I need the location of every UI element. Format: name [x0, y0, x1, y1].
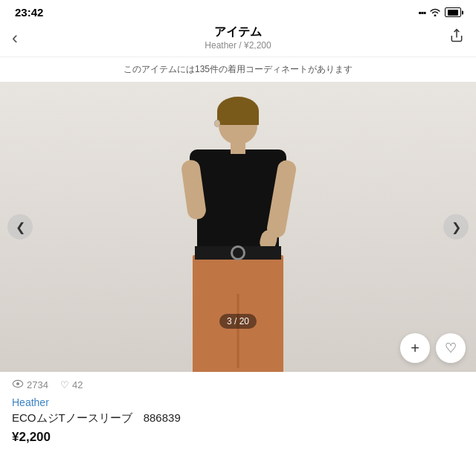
view-stat: 2734 [12, 379, 48, 390]
product-name: ECOムジTノースリーブ 886839 [12, 411, 464, 425]
nav-subtitle: Heather / ¥2,200 [34, 40, 442, 51]
left-arrow-icon: ❮ [16, 220, 25, 234]
brand-link[interactable]: Heather [12, 396, 464, 408]
product-carousel: ❮ ❯ 3 / 20 + ♡ [0, 82, 476, 372]
carousel-prev-button[interactable]: ❮ [7, 214, 33, 239]
info-banner: このアイテムには135件の着用コーディネートがあります [0, 57, 476, 82]
product-info: Heather ECOムジTノースリーブ 886839 ¥2,200 [0, 393, 476, 452]
stats-row: 2734 ♡ 42 [0, 372, 476, 393]
svg-point-2 [16, 382, 19, 385]
signal-icon: ▪▪▪ [418, 7, 425, 18]
nav-title-block: アイテム Heather / ¥2,200 [34, 25, 442, 51]
like-count: 42 [72, 379, 83, 390]
like-stat-icon: ♡ [60, 379, 69, 390]
status-bar: 23:42 ▪▪▪ [0, 0, 476, 22]
view-count: 2734 [27, 379, 48, 390]
right-arrow-icon: ❯ [451, 220, 461, 234]
info-banner-text: このアイテムには135件の着用コーディネートがあります [123, 64, 353, 74]
like-stat: ♡ 42 [60, 379, 83, 390]
heart-icon: ♡ [445, 340, 457, 356]
eye-icon [12, 379, 24, 390]
like-button[interactable]: ♡ [436, 333, 466, 363]
carousel-next-button[interactable]: ❯ [443, 214, 469, 239]
nav-bar: ‹ アイテム Heather / ¥2,200 [0, 22, 476, 57]
action-buttons: + ♡ [400, 333, 466, 363]
product-price: ¥2,200 [12, 430, 464, 445]
status-time: 23:42 [15, 6, 43, 19]
add-icon: + [411, 340, 419, 357]
battery-icon [445, 7, 461, 17]
wifi-icon [429, 7, 441, 19]
page-indicator: 3 / 20 [219, 314, 257, 329]
nav-title: アイテム [34, 25, 442, 40]
share-button[interactable] [442, 28, 464, 47]
status-icons: ▪▪▪ [418, 7, 461, 19]
back-button[interactable]: ‹ [12, 28, 34, 48]
add-button[interactable]: + [400, 333, 430, 363]
